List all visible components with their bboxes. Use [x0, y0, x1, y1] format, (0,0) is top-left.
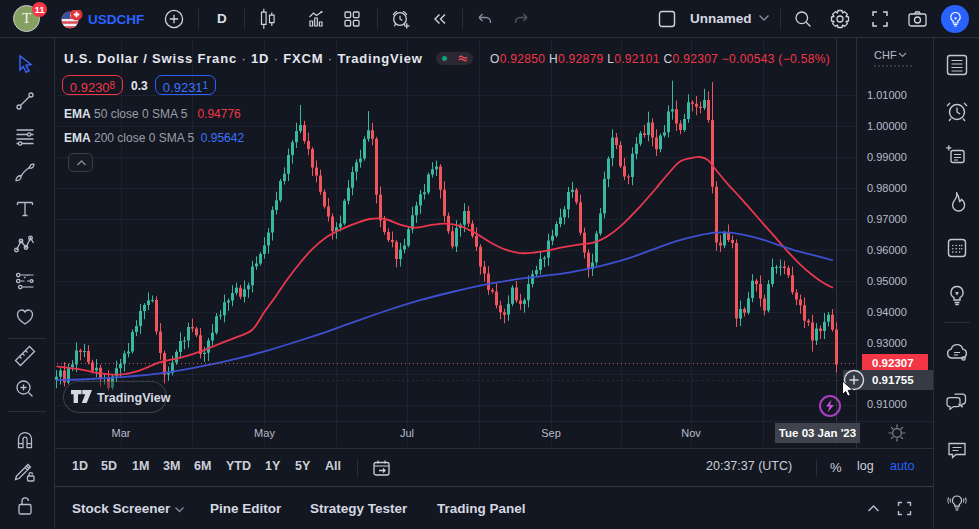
- svg-text:0.91000: 0.91000: [867, 398, 907, 410]
- svg-text:0.98000: 0.98000: [867, 182, 907, 194]
- svg-text:0.99000: 0.99000: [867, 151, 907, 163]
- svg-text:0.97000: 0.97000: [867, 213, 907, 225]
- svg-text:1.00000: 1.00000: [867, 120, 907, 132]
- svg-text:May: May: [254, 427, 275, 439]
- svg-text:0.96000: 0.96000: [867, 244, 907, 256]
- svg-text:0.94000: 0.94000: [867, 306, 907, 318]
- svg-text:Jul: Jul: [400, 427, 414, 439]
- svg-text:0.93000: 0.93000: [867, 337, 907, 349]
- svg-text:0.91755: 0.91755: [872, 374, 914, 386]
- svg-text:1.01000: 1.01000: [867, 89, 907, 101]
- svg-text:Tue 03 Jan '23: Tue 03 Jan '23: [779, 427, 856, 439]
- svg-text:Mar: Mar: [112, 427, 131, 439]
- svg-text:Nov: Nov: [681, 427, 701, 439]
- svg-text:0.92307: 0.92307: [872, 357, 914, 369]
- svg-text:Sep: Sep: [541, 427, 561, 439]
- svg-text:0.95000: 0.95000: [867, 275, 907, 287]
- svg-text:CHF: CHF: [874, 49, 897, 61]
